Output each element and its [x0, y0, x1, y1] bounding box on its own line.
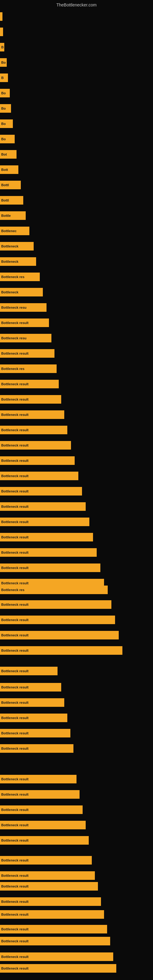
bar-item: Bottleneck result	[0, 548, 97, 557]
bar-label-text: Bottleneck result	[1, 858, 29, 862]
bar-fill: Bottleneck result	[0, 836, 89, 845]
bar-label-text: Bot	[1, 153, 7, 156]
bar-item: Bot	[0, 150, 16, 159]
bar-fill: Bottl	[0, 196, 23, 205]
bar-fill: Bottleneck res	[0, 272, 40, 281]
bar-fill: Bottleneck result	[0, 616, 115, 624]
bar-label-text: Bo	[1, 91, 6, 95]
bar-item: Bottleneck res	[0, 364, 57, 373]
bar-item: Bottleneck result	[0, 790, 80, 799]
bar-fill: Bottleneck result	[0, 775, 76, 783]
bar-label-text: Bottleneck result	[1, 967, 29, 970]
bar-item: Bottl	[0, 181, 21, 189]
bar-fill: Bottleneck result	[0, 349, 54, 358]
bar-fill: Bottleneck result	[0, 395, 61, 404]
bar-fill	[0, 12, 2, 21]
bar-label-text: B	[1, 45, 4, 49]
bar-item: Bottleneck result	[0, 646, 123, 655]
bar-label-text: Bottleneck result	[1, 731, 29, 735]
bar-fill: Bottleneck result	[0, 502, 86, 511]
bar-item: Bottleneck resu	[0, 334, 51, 342]
bar-fill: Bottleneck result	[0, 882, 98, 891]
bar-fill: Bottleneck result	[0, 964, 116, 973]
bar-label-text: Bottleneck result	[1, 913, 29, 916]
bar-item: Bottleneck	[0, 288, 43, 296]
bar-label-text: Bottleneck result	[1, 900, 29, 904]
bar-fill: Bottleneck result	[0, 729, 70, 737]
bar-label-text: Bo	[1, 60, 6, 64]
bar-item: Bottleneck result	[0, 897, 101, 906]
bar-item: Bottleneck res	[0, 585, 108, 594]
bar-item: Bottleneck result	[0, 631, 119, 640]
bar-fill: Bottleneck result	[0, 698, 64, 707]
site-title: TheBottlenecker.com	[56, 2, 97, 7]
bar-item: Bottleneck result	[0, 667, 57, 675]
bar-label-text: Bottleneck result	[1, 603, 29, 606]
bar-fill: Bottleneck result	[0, 925, 107, 934]
bar-fill: Bo	[0, 119, 13, 128]
bar-fill: Bottleneck	[0, 242, 33, 250]
bar-fill: Bottleneck resu	[0, 334, 51, 342]
bar-fill: Bottleneck result	[0, 910, 104, 919]
bar-item: Bottleneck result	[0, 318, 49, 327]
bar-item: Bottleneck result	[0, 856, 92, 865]
bar-item: Bo	[0, 58, 7, 67]
bar-fill: Bottleneck result	[0, 548, 97, 557]
bar-fill: Bottleneck result	[0, 318, 49, 327]
bar-label-text: Bottlenec	[1, 229, 16, 233]
bar-item: Bo	[0, 89, 10, 97]
bar-label-text: Bottleneck result	[1, 885, 29, 888]
bar-label-text: Bottleneck result	[1, 382, 29, 386]
bar-fill: Bottleneck result	[0, 790, 80, 799]
bar-fill: Bottleneck result	[0, 533, 93, 541]
bar-fill: Bottleneck result	[0, 563, 100, 572]
bar-label-text: Bottleneck result	[1, 808, 29, 811]
bar-fill: Bottleneck result	[0, 805, 83, 814]
bar-fill: Bottleneck result	[0, 487, 82, 495]
bar-item: Bottleneck result	[0, 910, 104, 919]
bar-fill: Bot	[0, 150, 16, 159]
bar-fill: Bo	[0, 58, 7, 67]
bar-item: Bottleneck result	[0, 441, 71, 450]
bar-label-text: Bottleneck result	[1, 649, 29, 652]
bar-item: Bottleneck result	[0, 502, 86, 511]
bar-label-text: Bottleneck result	[1, 459, 29, 463]
bar-item: Bottleneck result	[0, 395, 61, 404]
bar-label-text: Bottleneck result	[1, 520, 29, 524]
bar-label-text: Bottl	[1, 183, 9, 187]
bar-item: Bottleneck res	[0, 272, 40, 281]
bar-label-text: B	[1, 76, 4, 80]
bar-fill: Bottleneck result	[0, 683, 61, 692]
bar-fill: Bo	[0, 104, 11, 113]
bar-fill: Bottleneck result	[0, 456, 75, 465]
bar-label-text: Bottleneck result	[1, 838, 29, 842]
bar-item: Bottleneck result	[0, 349, 54, 358]
bar-item: Bottleneck result	[0, 775, 76, 783]
bar-fill: Bottleneck result	[0, 600, 112, 609]
bar-item: Bottleneck result	[0, 937, 110, 945]
bar-fill: Bo	[0, 135, 15, 143]
bar-fill: Bottleneck result	[0, 646, 123, 655]
bar-item: Bottleneck result	[0, 871, 95, 880]
bar-fill: Bottleneck result	[0, 714, 67, 722]
bar-fill: Bottleneck result	[0, 426, 67, 434]
bar-label-text: Bottle	[1, 214, 11, 218]
bar-label-text: Bottleneck result	[1, 428, 29, 432]
bar-item: Bottleneck	[0, 257, 36, 266]
bar-item: Bottle	[0, 211, 26, 220]
bar-fill: Bottleneck result	[0, 441, 71, 450]
bar-item: Bottleneck	[0, 242, 33, 250]
bar-label-text: Bo	[1, 122, 6, 126]
bar-fill: Bottleneck result	[0, 631, 119, 640]
bar-fill: Bottleneck result	[0, 856, 92, 865]
bar-item: Bottleneck result	[0, 600, 112, 609]
bar-item: Bottleneck result	[0, 714, 67, 722]
bar-label-text: Bottleneck result	[1, 701, 29, 705]
bar-label-text: Bottleneck result	[1, 633, 29, 637]
bar-item: Bottleneck result	[0, 410, 64, 419]
bar-label-text: Bottleneck result	[1, 747, 29, 750]
bar-item: Bott	[0, 165, 18, 174]
bar-label-text: Bottleneck result	[1, 535, 29, 539]
bar-label-text: Bottleneck result	[1, 581, 29, 585]
bar-item: B	[0, 43, 4, 51]
